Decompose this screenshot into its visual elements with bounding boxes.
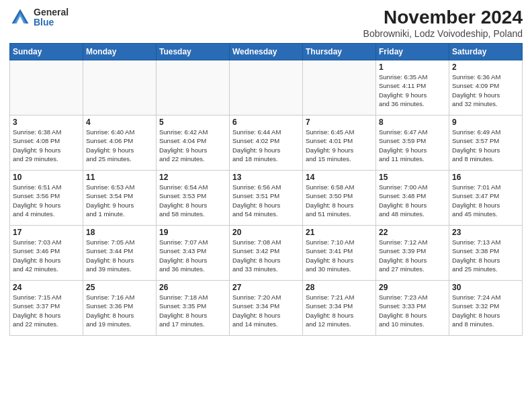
calendar-week-2: 10Sunrise: 6:51 AM Sunset: 3:56 PM Dayli…	[10, 171, 523, 226]
calendar-cell: 23Sunrise: 7:13 AM Sunset: 3:38 PM Dayli…	[449, 226, 523, 281]
day-info: Sunrise: 7:01 AM Sunset: 3:47 PM Dayligh…	[452, 183, 519, 218]
day-info: Sunrise: 6:53 AM Sunset: 3:54 PM Dayligh…	[86, 183, 153, 218]
day-info: Sunrise: 6:45 AM Sunset: 4:01 PM Dayligh…	[306, 128, 373, 163]
logo-blue-label: Blue	[34, 17, 69, 28]
calendar: SundayMondayTuesdayWednesdayThursdayFrid…	[9, 43, 523, 336]
day-info: Sunrise: 7:03 AM Sunset: 3:46 PM Dayligh…	[13, 238, 80, 273]
logo-icon	[9, 7, 31, 28]
day-number: 11	[86, 173, 153, 182]
day-number: 21	[306, 228, 373, 237]
day-number: 27	[232, 283, 300, 292]
day-number: 8	[379, 118, 446, 127]
main-title: November 2024	[363, 7, 523, 28]
day-info: Sunrise: 6:58 AM Sunset: 3:50 PM Dayligh…	[306, 183, 373, 218]
day-number: 9	[452, 118, 519, 127]
weekday-header-wednesday: Wednesday	[230, 44, 303, 60]
calendar-cell: 14Sunrise: 6:58 AM Sunset: 3:50 PM Dayli…	[303, 171, 376, 226]
logo-general-label: General	[34, 7, 69, 17]
logo: General Blue	[9, 7, 69, 28]
calendar-cell	[83, 60, 157, 116]
day-number: 29	[379, 283, 446, 292]
calendar-cell: 21Sunrise: 7:10 AM Sunset: 3:41 PM Dayli…	[303, 226, 376, 281]
day-number: 17	[13, 228, 80, 237]
weekday-header-thursday: Thursday	[303, 44, 376, 60]
day-number: 12	[159, 173, 226, 182]
calendar-week-0: 1Sunrise: 6:35 AM Sunset: 4:11 PM Daylig…	[10, 60, 523, 116]
day-number: 7	[306, 118, 373, 127]
weekday-header-tuesday: Tuesday	[157, 44, 230, 60]
calendar-cell: 29Sunrise: 7:23 AM Sunset: 3:33 PM Dayli…	[376, 281, 449, 336]
day-info: Sunrise: 7:13 AM Sunset: 3:38 PM Dayligh…	[452, 238, 519, 273]
day-number: 18	[86, 228, 153, 237]
page: General Blue November 2024 Bobrowniki, L…	[0, 0, 532, 411]
day-number: 19	[159, 228, 226, 237]
calendar-cell: 27Sunrise: 7:20 AM Sunset: 3:34 PM Dayli…	[230, 281, 303, 336]
header: General Blue November 2024 Bobrowniki, L…	[9, 7, 523, 39]
day-info: Sunrise: 6:51 AM Sunset: 3:56 PM Dayligh…	[13, 183, 80, 218]
day-info: Sunrise: 6:42 AM Sunset: 4:04 PM Dayligh…	[159, 128, 226, 163]
day-info: Sunrise: 7:20 AM Sunset: 3:34 PM Dayligh…	[232, 293, 300, 328]
weekday-row: SundayMondayTuesdayWednesdayThursdayFrid…	[10, 44, 523, 60]
calendar-cell	[10, 60, 83, 116]
weekday-header-sunday: Sunday	[10, 44, 83, 60]
day-info: Sunrise: 7:16 AM Sunset: 3:36 PM Dayligh…	[86, 293, 153, 328]
calendar-cell: 5Sunrise: 6:42 AM Sunset: 4:04 PM Daylig…	[157, 116, 230, 171]
calendar-cell: 10Sunrise: 6:51 AM Sunset: 3:56 PM Dayli…	[10, 171, 83, 226]
day-number: 22	[379, 228, 446, 237]
day-info: Sunrise: 6:36 AM Sunset: 4:09 PM Dayligh…	[452, 73, 519, 108]
day-info: Sunrise: 7:10 AM Sunset: 3:41 PM Dayligh…	[306, 238, 373, 273]
day-info: Sunrise: 6:35 AM Sunset: 4:11 PM Dayligh…	[379, 73, 446, 108]
weekday-header-friday: Friday	[376, 44, 449, 60]
day-number: 26	[159, 283, 226, 292]
day-info: Sunrise: 7:21 AM Sunset: 3:34 PM Dayligh…	[306, 293, 373, 328]
day-info: Sunrise: 7:23 AM Sunset: 3:33 PM Dayligh…	[379, 293, 446, 328]
day-info: Sunrise: 7:15 AM Sunset: 3:37 PM Dayligh…	[13, 293, 80, 328]
weekday-header-monday: Monday	[83, 44, 157, 60]
calendar-cell: 26Sunrise: 7:18 AM Sunset: 3:35 PM Dayli…	[157, 281, 230, 336]
day-info: Sunrise: 7:24 AM Sunset: 3:32 PM Dayligh…	[452, 293, 519, 328]
calendar-header: SundayMondayTuesdayWednesdayThursdayFrid…	[10, 44, 523, 60]
logo-text: General Blue	[34, 7, 69, 28]
day-info: Sunrise: 7:12 AM Sunset: 3:39 PM Dayligh…	[379, 238, 446, 273]
calendar-cell: 9Sunrise: 6:49 AM Sunset: 3:57 PM Daylig…	[449, 116, 523, 171]
day-info: Sunrise: 7:07 AM Sunset: 3:43 PM Dayligh…	[159, 238, 226, 273]
weekday-header-saturday: Saturday	[449, 44, 523, 60]
day-number: 1	[379, 62, 446, 72]
calendar-week-1: 3Sunrise: 6:38 AM Sunset: 4:08 PM Daylig…	[10, 116, 523, 171]
calendar-week-3: 17Sunrise: 7:03 AM Sunset: 3:46 PM Dayli…	[10, 226, 523, 281]
calendar-cell: 3Sunrise: 6:38 AM Sunset: 4:08 PM Daylig…	[10, 116, 83, 171]
calendar-week-4: 24Sunrise: 7:15 AM Sunset: 3:37 PM Dayli…	[10, 281, 523, 336]
day-info: Sunrise: 6:38 AM Sunset: 4:08 PM Dayligh…	[13, 128, 80, 163]
day-info: Sunrise: 6:54 AM Sunset: 3:53 PM Dayligh…	[159, 183, 226, 218]
calendar-cell: 6Sunrise: 6:44 AM Sunset: 4:02 PM Daylig…	[230, 116, 303, 171]
day-info: Sunrise: 6:56 AM Sunset: 3:51 PM Dayligh…	[232, 183, 300, 218]
day-number: 6	[232, 118, 300, 127]
day-number: 13	[232, 173, 300, 182]
calendar-cell: 8Sunrise: 6:47 AM Sunset: 3:59 PM Daylig…	[376, 116, 449, 171]
day-info: Sunrise: 7:18 AM Sunset: 3:35 PM Dayligh…	[159, 293, 226, 328]
calendar-cell	[303, 60, 376, 116]
calendar-cell: 30Sunrise: 7:24 AM Sunset: 3:32 PM Dayli…	[449, 281, 523, 336]
day-number: 14	[306, 173, 373, 182]
calendar-cell	[230, 60, 303, 116]
calendar-cell: 15Sunrise: 7:00 AM Sunset: 3:48 PM Dayli…	[376, 171, 449, 226]
calendar-cell: 11Sunrise: 6:53 AM Sunset: 3:54 PM Dayli…	[83, 171, 157, 226]
calendar-cell: 13Sunrise: 6:56 AM Sunset: 3:51 PM Dayli…	[230, 171, 303, 226]
calendar-cell: 18Sunrise: 7:05 AM Sunset: 3:44 PM Dayli…	[83, 226, 157, 281]
calendar-cell: 2Sunrise: 6:36 AM Sunset: 4:09 PM Daylig…	[449, 60, 523, 116]
calendar-cell: 22Sunrise: 7:12 AM Sunset: 3:39 PM Dayli…	[376, 226, 449, 281]
calendar-cell: 17Sunrise: 7:03 AM Sunset: 3:46 PM Dayli…	[10, 226, 83, 281]
day-info: Sunrise: 6:47 AM Sunset: 3:59 PM Dayligh…	[379, 128, 446, 163]
calendar-cell: 19Sunrise: 7:07 AM Sunset: 3:43 PM Dayli…	[157, 226, 230, 281]
day-info: Sunrise: 6:40 AM Sunset: 4:06 PM Dayligh…	[86, 128, 153, 163]
calendar-cell: 24Sunrise: 7:15 AM Sunset: 3:37 PM Dayli…	[10, 281, 83, 336]
calendar-cell: 1Sunrise: 6:35 AM Sunset: 4:11 PM Daylig…	[376, 60, 449, 116]
calendar-cell: 7Sunrise: 6:45 AM Sunset: 4:01 PM Daylig…	[303, 116, 376, 171]
calendar-cell: 25Sunrise: 7:16 AM Sunset: 3:36 PM Dayli…	[83, 281, 157, 336]
calendar-cell: 28Sunrise: 7:21 AM Sunset: 3:34 PM Dayli…	[303, 281, 376, 336]
day-number: 30	[452, 283, 519, 292]
day-info: Sunrise: 6:49 AM Sunset: 3:57 PM Dayligh…	[452, 128, 519, 163]
day-number: 28	[306, 283, 373, 292]
day-info: Sunrise: 6:44 AM Sunset: 4:02 PM Dayligh…	[232, 128, 300, 163]
calendar-cell: 20Sunrise: 7:08 AM Sunset: 3:42 PM Dayli…	[230, 226, 303, 281]
